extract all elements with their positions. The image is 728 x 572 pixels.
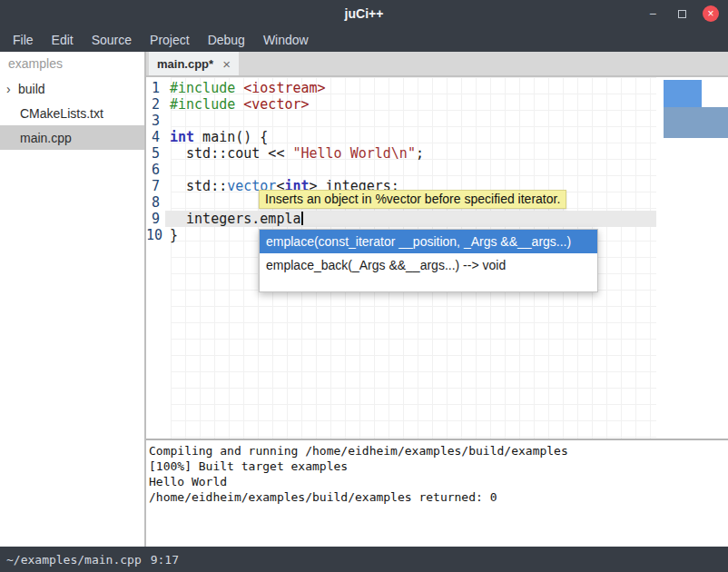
editor-column: main.cpp* × 1#include <iostream>2#includ… (146, 52, 728, 547)
code-text[interactable] (165, 162, 656, 178)
tree-item-main-cpp[interactable]: main.cpp (0, 125, 144, 150)
chevron-right-icon[interactable]: › (6, 83, 18, 95)
completion-list: emplace(const_iterator __position, _Args… (260, 230, 597, 277)
restore-icon (678, 10, 686, 18)
doc-tooltip: Inserts an object in %vector before spec… (259, 190, 566, 209)
editor-scroll-area (656, 77, 728, 439)
status-cursor-position: 9:17 (151, 553, 179, 567)
tab-label: main.cpp* (157, 57, 213, 71)
code-line[interactable]: 1#include <iostream> (146, 80, 656, 96)
tree-item-build[interactable]: ›build (0, 76, 144, 101)
completion-popup: emplace(const_iterator __position, _Args… (259, 229, 598, 292)
close-button[interactable]: × (703, 5, 719, 22)
tooltip-text: Inserts an object in %vector before spec… (265, 192, 560, 206)
output-panel[interactable]: Compiling and running /home/eidheim/exam… (146, 440, 728, 547)
scrollbar-thumb[interactable] (664, 80, 702, 107)
text-cursor (301, 212, 303, 225)
code-text[interactable]: int main() { (165, 129, 656, 145)
line-number: 1 (146, 80, 165, 96)
minimize-button[interactable]: − (644, 5, 661, 22)
tab-main-cpp[interactable]: main.cpp* × (149, 52, 239, 75)
menu-edit[interactable]: Edit (43, 33, 83, 47)
code-lines: 1#include <iostream>2#include <vector>34… (146, 80, 656, 243)
restore-button[interactable] (674, 5, 690, 22)
output-line: /home/eidheim/examples/build/examples re… (149, 489, 728, 505)
menubar: FileEditSourceProjectDebugWindow (0, 27, 728, 52)
output-line: Hello World (149, 474, 728, 489)
tree-item-label: CMakeLists.txt (20, 106, 103, 121)
window-title: juCi++ (345, 6, 384, 21)
code-line[interactable]: 6 (146, 162, 656, 178)
code-line[interactable]: 9 integers.empla (146, 211, 656, 227)
line-number: 8 (146, 194, 165, 211)
file-tree: ›buildCMakeLists.txtmain.cpp (0, 76, 144, 150)
sidebar: examples ›buildCMakeLists.txtmain.cpp (0, 52, 146, 547)
menu-window[interactable]: Window (254, 33, 318, 47)
titlebar[interactable]: juCi++ − × (0, 0, 728, 27)
line-number: 2 (146, 96, 165, 113)
line-number: 7 (146, 178, 165, 194)
line-number: 4 (146, 129, 165, 145)
main-area: examples ›buildCMakeLists.txtmain.cpp ma… (0, 52, 728, 547)
code-line[interactable]: 5 std::cout << "Hello World\n"; (146, 145, 656, 162)
window-controls: − × (644, 0, 719, 27)
menu-debug[interactable]: Debug (199, 33, 254, 47)
code-text[interactable]: #include <iostream> (165, 80, 656, 96)
line-number: 9 (146, 211, 165, 227)
code-line[interactable]: 4int main() { (146, 129, 656, 145)
code-text[interactable]: #include <vector> (165, 96, 656, 113)
code-text[interactable] (165, 113, 656, 129)
output-line: Compiling and running /home/eidheim/exam… (149, 443, 728, 459)
completion-item[interactable]: emplace(const_iterator __position, _Args… (260, 230, 597, 253)
tree-item-label: main.cpp (20, 131, 72, 145)
app-window: juCi++ − × FileEditSourceProjectDebugWin… (0, 0, 728, 572)
menu-file[interactable]: File (4, 33, 43, 47)
statusbar: ~/examples/main.cpp 9:17 (0, 547, 728, 572)
tree-item-label: build (18, 82, 45, 96)
code-line[interactable]: 2#include <vector> (146, 96, 656, 113)
line-number: 3 (146, 113, 165, 129)
tree-item-cmakelists-txt[interactable]: CMakeLists.txt (0, 101, 144, 125)
code-line[interactable]: 3 (146, 113, 656, 129)
menu-source[interactable]: Source (83, 33, 141, 47)
line-number: 10 (146, 227, 165, 243)
completion-item[interactable]: emplace_back(_Args &&__args...) --> void (260, 253, 597, 277)
tab-close-icon[interactable]: × (222, 56, 231, 72)
status-file-path: ~/examples/main.cpp (6, 553, 142, 567)
close-icon: × (707, 7, 713, 20)
line-number: 6 (146, 162, 165, 178)
code-text[interactable]: integers.empla (165, 211, 656, 227)
output-line: [100%] Built target examples (149, 459, 728, 474)
output-lines: Compiling and running /home/eidheim/exam… (149, 443, 728, 505)
code-text[interactable]: std::cout << "Hello World\n"; (165, 145, 656, 162)
minimap-block[interactable] (664, 107, 728, 138)
code-editor[interactable]: 1#include <iostream>2#include <vector>34… (146, 77, 728, 439)
menu-project[interactable]: Project (141, 33, 199, 47)
sidebar-header: examples (0, 52, 144, 76)
tabbar: main.cpp* × (146, 52, 728, 77)
line-number: 5 (146, 145, 165, 162)
